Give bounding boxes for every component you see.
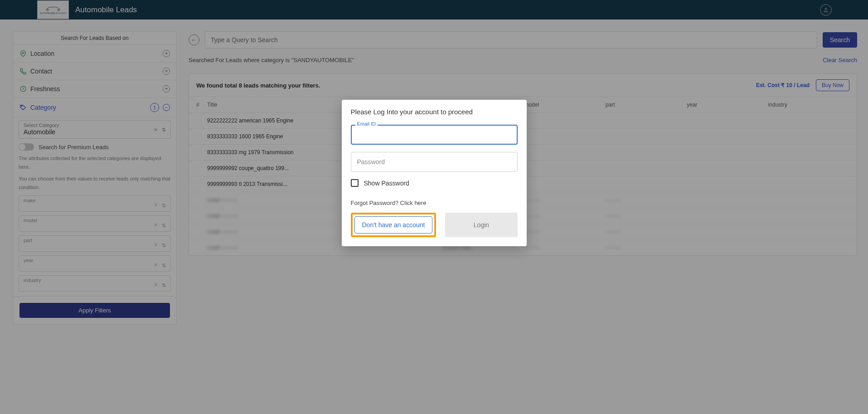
show-password-row[interactable]: Show Password [351, 179, 518, 187]
modal-title: Please Log Into your account to proceed [351, 108, 518, 116]
email-field-wrap: Email ID [351, 125, 518, 145]
show-password-checkbox[interactable] [351, 179, 359, 187]
email-field[interactable] [351, 125, 518, 145]
login-button[interactable]: Login [445, 213, 517, 237]
password-field-wrap: Password [351, 152, 518, 172]
modal-overlay: Please Log Into your account to proceed … [0, 0, 868, 334]
tutorial-highlight: Don't have an account [351, 213, 436, 237]
password-field[interactable] [351, 152, 518, 172]
login-modal: Please Log Into your account to proceed … [342, 100, 527, 246]
forgot-password-link[interactable]: Forgot Password? Click here [351, 200, 518, 206]
no-account-button[interactable]: Don't have an account [354, 216, 433, 234]
email-label: Email ID [355, 121, 378, 127]
modal-button-row: Don't have an account Login [351, 213, 518, 237]
show-password-label: Show Password [364, 180, 409, 187]
